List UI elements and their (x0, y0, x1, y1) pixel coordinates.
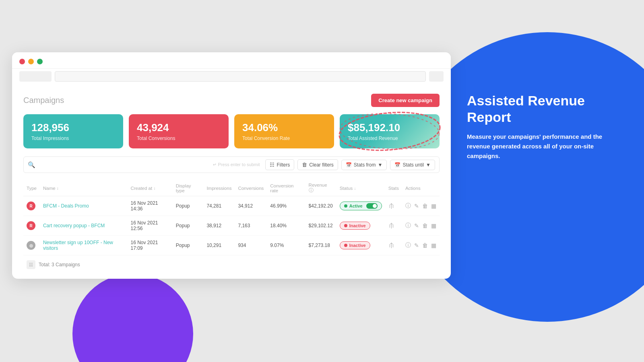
cell-created: 16 Nov 2021 14:36 (127, 196, 172, 216)
right-panel-title: Assisted Revenue Report (467, 93, 612, 125)
cell-name: Cart recovery popup - BFCM (40, 216, 128, 236)
cell-name: BFCM - Deals Promo (40, 196, 128, 216)
col-revenue: Revenue ⓘ (305, 180, 336, 196)
filters-button[interactable]: ☷ Filters (265, 159, 294, 170)
status-badge[interactable]: Inactive (340, 241, 370, 249)
maximize-icon[interactable] (37, 59, 43, 64)
cell-stats: ⫛ (385, 196, 402, 216)
cell-type: ◎ (23, 236, 40, 255)
stat-conversions-label: Total Conversions (137, 136, 221, 141)
copy-icon[interactable]: ▦ (431, 203, 436, 209)
url-action-btn (429, 71, 444, 82)
cell-actions: ⓘ ✎ 🗑 ▦ (402, 216, 440, 236)
edit-icon[interactable]: ✎ (414, 242, 419, 249)
col-display: Display type (173, 180, 204, 196)
cell-impressions: 10,291 (203, 236, 235, 255)
edit-icon[interactable]: ✎ (414, 222, 419, 229)
cell-display-type: Popup (173, 196, 204, 216)
cell-conversions: 934 (235, 236, 267, 255)
stats-until-label: Stats until (402, 162, 424, 168)
stat-card-impressions: 128,956 Total Impressions (23, 114, 123, 148)
cell-stats: ⫛ (385, 216, 402, 236)
close-icon[interactable] (19, 59, 25, 64)
stat-cards-row: 128,956 Total Impressions 43,924 Total C… (23, 114, 440, 148)
cell-display-type: Popup (173, 236, 204, 255)
stats-wave-icon[interactable]: ⫛ (388, 222, 395, 229)
clear-filters-button[interactable]: 🗑 Clear filters (297, 159, 338, 170)
cell-conversions: 34,912 (235, 196, 267, 216)
stats-from-button[interactable]: 📅 Stats from ▼ (341, 160, 387, 170)
filter-bar: 🔍 ↵ Press enter to submit ☷ Filters 🗑 Cl… (23, 156, 440, 173)
col-status[interactable]: Status ↓ (336, 180, 385, 196)
status-badge[interactable]: Inactive (340, 222, 370, 230)
create-campaign-button[interactable]: Create new campaign (371, 94, 440, 107)
edit-icon[interactable]: ✎ (414, 203, 419, 209)
cell-revenue: $42,192.20 (305, 196, 336, 216)
info-icon[interactable]: ⓘ (405, 222, 411, 229)
cell-status: Inactive (336, 216, 385, 236)
stats-from-label: Stats from (354, 162, 376, 168)
minimize-icon[interactable] (28, 59, 34, 64)
col-conversions: Conversions (235, 180, 267, 196)
campaign-name-link[interactable]: Newsletter sign up 10OFF - New visitors (43, 240, 113, 251)
table-row: R Cart recovery popup - BFCM 16 Nov 2021… (23, 216, 440, 236)
action-icons-group: ⓘ ✎ 🗑 ▦ (405, 222, 436, 229)
status-toggle[interactable] (366, 203, 378, 209)
info-icon[interactable]: ⓘ (405, 242, 411, 249)
footer-grid-icon: ☷ (27, 260, 35, 269)
stat-card-conversion-rate: 34.06% Total Conversion Rate (234, 114, 334, 148)
stats-until-button[interactable]: 📅 Stats until ▼ (390, 160, 435, 170)
type-icon: R (27, 221, 35, 230)
cell-conversion-rate: 9.07% (267, 236, 305, 255)
cell-revenue: $29,102.12 (305, 216, 336, 236)
cell-name: Newsletter sign up 10OFF - New visitors (40, 236, 128, 255)
col-created[interactable]: Created at ↕ (127, 180, 172, 196)
table-header-row: Type Name ↕ Created at ↕ Display type Im… (23, 180, 440, 196)
cell-actions: ⓘ ✎ 🗑 ▦ (402, 196, 440, 216)
stat-rate-value: 34.06% (242, 121, 326, 134)
copy-icon[interactable]: ▦ (431, 222, 436, 229)
cell-stats: ⫛ (385, 236, 402, 255)
trash-icon: 🗑 (302, 162, 307, 168)
stat-conversions-value: 43,924 (137, 121, 221, 134)
cell-revenue: $7,273.18 (305, 236, 336, 255)
status-dot-icon (344, 244, 347, 247)
delete-icon[interactable]: 🗑 (422, 203, 428, 209)
sort-status-icon: ↓ (354, 186, 356, 191)
cell-type: R (23, 196, 40, 216)
search-icon: 🔍 (28, 161, 35, 169)
sort-name-icon: ↕ (57, 186, 59, 191)
url-bar[interactable] (55, 71, 426, 82)
cell-type: R (23, 216, 40, 236)
url-bar-row (12, 69, 451, 86)
copy-icon[interactable]: ▦ (431, 242, 436, 249)
stat-impressions-label: Total Impressions (31, 136, 115, 141)
window-content: Campaigns Create new campaign 128,956 To… (12, 86, 451, 279)
clear-filters-label: Clear filters (309, 162, 334, 168)
campaigns-table: Type Name ↕ Created at ↕ Display type Im… (23, 180, 440, 255)
sort-created-icon: ↕ (153, 186, 155, 191)
cell-display-type: Popup (173, 216, 204, 236)
info-icon[interactable]: ⓘ (405, 202, 411, 210)
delete-icon[interactable]: 🗑 (422, 242, 428, 249)
delete-icon[interactable]: 🗑 (422, 222, 428, 229)
col-name[interactable]: Name ↕ (40, 180, 128, 196)
calendar-until-icon: 📅 (394, 162, 400, 168)
filters-button-label: Filters (277, 162, 290, 168)
cell-created: 16 Nov 2021 12:56 (127, 216, 172, 236)
cell-conversion-rate: 18.40% (267, 216, 305, 236)
col-impressions: Impressions (203, 180, 235, 196)
cell-impressions: 74,281 (203, 196, 235, 216)
stats-wave-icon[interactable]: ⫛ (388, 202, 395, 209)
cell-actions: ⓘ ✎ 🗑 ▦ (402, 236, 440, 255)
status-dot-icon (344, 224, 347, 227)
status-badge[interactable]: Active (340, 202, 382, 210)
right-panel-description: Measure your campaigns' performance and … (467, 132, 612, 161)
cell-conversion-rate: 46.99% (267, 196, 305, 216)
campaign-name-link[interactable]: Cart recovery popup - BFCM (43, 223, 105, 228)
type-icon: ◎ (27, 241, 35, 250)
campaign-name-link[interactable]: BFCM - Deals Promo (43, 203, 89, 209)
tab-back (19, 71, 52, 82)
stats-wave-icon[interactable]: ⫛ (388, 242, 395, 249)
cell-created: 16 Nov 2021 17:09 (127, 236, 172, 255)
